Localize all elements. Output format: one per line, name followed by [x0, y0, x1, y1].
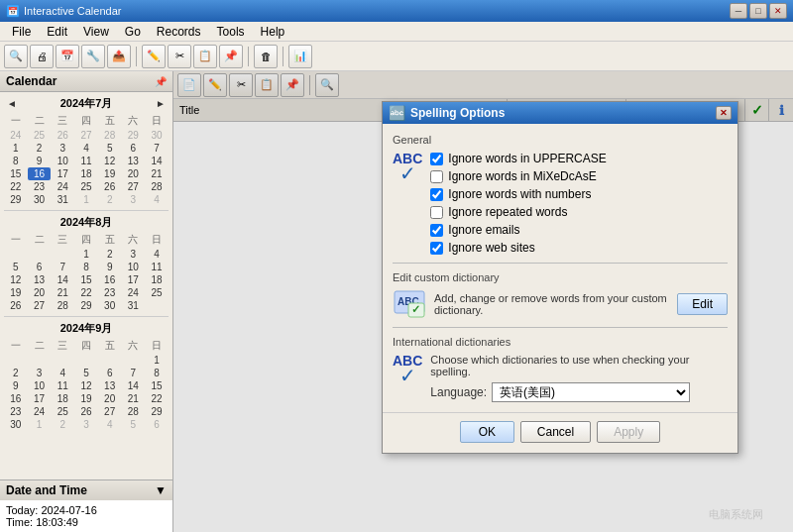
cal-day[interactable]: 29: [4, 193, 28, 206]
cal-day[interactable]: 24: [122, 286, 146, 299]
cal-day[interactable]: 28: [145, 180, 169, 193]
menu-tools[interactable]: Tools: [209, 24, 253, 40]
cal-day[interactable]: 15: [74, 273, 98, 286]
cal-day[interactable]: 6: [122, 142, 146, 155]
cal-day[interactable]: 27: [28, 299, 52, 312]
dialog-close-button[interactable]: ✕: [716, 106, 732, 120]
toolbar-delete[interactable]: 🗑: [254, 45, 278, 68]
cal-day[interactable]: 10: [122, 261, 146, 273]
cal-day[interactable]: 6: [98, 367, 122, 379]
cal-day[interactable]: 26: [74, 405, 98, 418]
cal-day[interactable]: 19: [74, 392, 98, 405]
toolbar-edit[interactable]: ✏️: [142, 45, 166, 68]
cal-today[interactable]: 16: [28, 167, 52, 180]
checkbox-ignore-emails[interactable]: Ignore emails: [430, 223, 606, 237]
cal-day[interactable]: 7: [145, 142, 169, 155]
cal-day[interactable]: 1: [74, 193, 98, 206]
cal-day[interactable]: 2: [98, 248, 122, 261]
ok-button[interactable]: OK: [460, 421, 514, 443]
cal-day[interactable]: 28: [122, 405, 146, 418]
cal-day[interactable]: 22: [74, 286, 98, 299]
cal-day[interactable]: [74, 354, 98, 367]
cal-day[interactable]: 1: [74, 248, 98, 261]
cal-day[interactable]: 8: [74, 261, 98, 273]
checkbox-ignore-mixed[interactable]: Ignore words in MiXeDcAsE: [430, 169, 606, 183]
cal-day[interactable]: 15: [4, 167, 28, 180]
cal-day[interactable]: 3: [28, 367, 52, 379]
cal-day[interactable]: 18: [51, 392, 74, 405]
cal-day[interactable]: 13: [28, 273, 52, 286]
cal-day[interactable]: 20: [28, 286, 52, 299]
cal-day[interactable]: [51, 248, 74, 261]
cal-day[interactable]: 16: [98, 273, 122, 286]
cal-day[interactable]: 3: [51, 142, 74, 155]
cal-day[interactable]: [122, 354, 146, 367]
cal-day[interactable]: [28, 248, 52, 261]
menu-view[interactable]: View: [75, 24, 117, 40]
cal-day[interactable]: 17: [28, 392, 52, 405]
cal-day[interactable]: 14: [122, 379, 146, 392]
cal-day[interactable]: 6: [145, 418, 169, 431]
sidebar-pin-icon[interactable]: 📌: [155, 76, 167, 87]
cal-day[interactable]: 13: [122, 155, 146, 167]
cal-day[interactable]: 7: [51, 261, 74, 273]
cal-day[interactable]: 5: [122, 418, 146, 431]
toolbar-print[interactable]: 🖨: [30, 45, 54, 68]
cal-day[interactable]: 30: [4, 418, 28, 431]
cal-day[interactable]: 2: [98, 193, 122, 206]
cal-day[interactable]: 30: [145, 129, 169, 142]
menu-records[interactable]: Records: [149, 24, 209, 40]
cal-day[interactable]: 25: [51, 405, 74, 418]
cal-prev-btn[interactable]: ◄: [4, 98, 20, 109]
cal-day[interactable]: 23: [4, 405, 28, 418]
cal-day[interactable]: 3: [122, 248, 146, 261]
toolbar-cut[interactable]: ✂: [168, 45, 191, 68]
cal-day[interactable]: 26: [4, 299, 28, 312]
maximize-button[interactable]: □: [749, 3, 767, 19]
cal-day[interactable]: 1: [145, 354, 169, 367]
cal-day[interactable]: 27: [122, 180, 146, 193]
cal-day[interactable]: 13: [98, 379, 122, 392]
cal-day[interactable]: 24: [4, 129, 28, 142]
cal-day[interactable]: 18: [74, 167, 98, 180]
cal-day[interactable]: 31: [51, 193, 74, 206]
checkbox-ignore-repeated[interactable]: Ignore repeated words: [430, 205, 606, 219]
cal-day[interactable]: 7: [122, 367, 146, 379]
cal-day[interactable]: 22: [145, 392, 169, 405]
cal-day[interactable]: 18: [145, 273, 169, 286]
cal-day[interactable]: 30: [98, 299, 122, 312]
toolbar-export[interactable]: 📤: [107, 45, 131, 68]
cal-day[interactable]: 23: [28, 180, 52, 193]
cal-day[interactable]: 26: [51, 129, 74, 142]
cal-day[interactable]: 25: [145, 286, 169, 299]
cal-day[interactable]: 9: [28, 155, 52, 167]
cal-day[interactable]: 16: [4, 392, 28, 405]
cal-day[interactable]: 3: [122, 193, 146, 206]
cal-day[interactable]: 11: [51, 379, 74, 392]
ignore-repeated-checkbox[interactable]: [430, 206, 443, 219]
cal-day[interactable]: [145, 299, 169, 312]
cal-day[interactable]: 23: [98, 286, 122, 299]
language-select[interactable]: 英语(美国) English (UK) 中文(简体): [492, 382, 690, 402]
cal-day[interactable]: 19: [98, 167, 122, 180]
checkbox-ignore-numbers[interactable]: Ignore words with numbers: [430, 187, 606, 201]
cal-day[interactable]: 14: [145, 155, 169, 167]
cal-day[interactable]: 17: [122, 273, 146, 286]
cal-day[interactable]: 12: [98, 155, 122, 167]
cal-day[interactable]: 27: [98, 405, 122, 418]
cal-day[interactable]: 24: [28, 405, 52, 418]
close-button[interactable]: ✕: [769, 3, 787, 19]
cal-day[interactable]: 4: [74, 142, 98, 155]
cal-day[interactable]: 28: [98, 129, 122, 142]
cal-day[interactable]: [51, 354, 74, 367]
cal-day[interactable]: 25: [28, 129, 52, 142]
ignore-uppercase-checkbox[interactable]: [430, 153, 443, 165]
cal-day[interactable]: [4, 354, 28, 367]
cal-day[interactable]: 31: [122, 299, 146, 312]
checkbox-ignore-websites[interactable]: Ignore web sites: [430, 241, 606, 255]
cancel-button[interactable]: Cancel: [520, 421, 591, 443]
cal-day[interactable]: 12: [4, 273, 28, 286]
ignore-websites-checkbox[interactable]: [430, 242, 443, 255]
cal-day[interactable]: 3: [74, 418, 98, 431]
datetime-header[interactable]: Date and Time ▼: [0, 480, 172, 500]
